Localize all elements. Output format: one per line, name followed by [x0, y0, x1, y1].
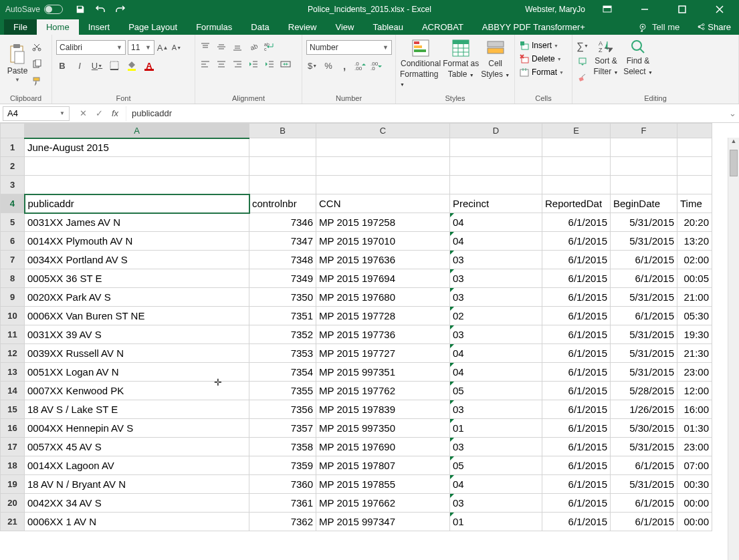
format-cells-button[interactable]: Format▼: [519, 67, 564, 78]
row-header-9[interactable]: 9: [1, 288, 25, 307]
cell-E15[interactable]: 6/1/2015: [542, 400, 611, 419]
cell-E4[interactable]: ReportedDat: [542, 194, 611, 213]
cell-F10[interactable]: 6/1/2015: [611, 307, 677, 325]
cell-D17[interactable]: 03: [450, 438, 542, 456]
expand-formula-icon[interactable]: ⌄: [726, 108, 739, 118]
cell-C4[interactable]: CCN: [316, 194, 450, 213]
delete-cells-button[interactable]: Delete▼: [519, 53, 562, 64]
save-icon[interactable]: [75, 4, 86, 15]
cell-D7[interactable]: 03: [450, 251, 542, 269]
cell-A14[interactable]: 0007XX Kenwood PK: [25, 382, 249, 400]
cell-D18[interactable]: 05: [450, 456, 542, 475]
tab-page-layout[interactable]: Page Layout: [119, 19, 187, 35]
cell-D14[interactable]: 05: [450, 382, 542, 400]
tab-view[interactable]: View: [326, 19, 363, 35]
cell-A12[interactable]: 0039XX Russell AV N: [25, 344, 249, 363]
cell-A17[interactable]: 0057XX 45 AV S: [25, 438, 249, 456]
orientation-icon[interactable]: ab: [247, 40, 259, 53]
cell-F5[interactable]: 5/31/2015: [611, 213, 677, 232]
cell-G16[interactable]: 01:30: [677, 419, 712, 438]
row-header-10[interactable]: 10: [1, 307, 25, 325]
cell-A4[interactable]: publicaddr: [25, 194, 249, 213]
cell-F17[interactable]: 5/31/2015: [611, 438, 677, 456]
row-header-2[interactable]: 2: [1, 157, 25, 176]
tab-tableau[interactable]: Tableau: [363, 19, 413, 35]
formula-input[interactable]: publicaddr: [126, 106, 726, 121]
cell-E13[interactable]: 6/1/2015: [542, 363, 611, 382]
cell-G18[interactable]: 07:00: [677, 456, 712, 475]
cell-E16[interactable]: 6/1/2015: [542, 419, 611, 438]
cell-A18[interactable]: 0014XX Lagoon AV: [25, 456, 249, 475]
cell-D11[interactable]: 03: [450, 325, 542, 344]
cell-C5[interactable]: MP 2015 197258: [316, 213, 450, 232]
percent-icon[interactable]: %: [322, 59, 334, 72]
row-header-5[interactable]: 5: [1, 213, 25, 232]
cell-C10[interactable]: MP 2015 197728: [316, 307, 450, 325]
cell-D12[interactable]: 04: [450, 344, 542, 363]
row-header-3[interactable]: 3: [1, 176, 25, 194]
cell-F16[interactable]: 5/30/2015: [611, 419, 677, 438]
cell-G14[interactable]: 12:00: [677, 382, 712, 400]
cell-A21[interactable]: 0006XX 1 AV N: [25, 513, 249, 531]
tab-file[interactable]: File: [4, 19, 37, 35]
sort-filter-button[interactable]: AZ Sort & Filter ▼: [591, 39, 621, 76]
cell-E12[interactable]: 6/1/2015: [542, 344, 611, 363]
cell-C11[interactable]: MP 2015 197736: [316, 325, 450, 344]
cell-D8[interactable]: 03: [450, 269, 542, 288]
cell-C6[interactable]: MP 2015 197010: [316, 232, 450, 251]
cell-F20[interactable]: 6/1/2015: [611, 494, 677, 513]
cell-E10[interactable]: 6/1/2015: [542, 307, 611, 325]
cut-icon[interactable]: [31, 40, 43, 53]
cell-A11[interactable]: 0031XX 39 AV S: [25, 325, 249, 344]
select-all-cell[interactable]: [1, 124, 25, 138]
autosum-icon[interactable]: ∑▼: [576, 39, 589, 52]
tab-formulas[interactable]: Formulas: [187, 19, 241, 35]
cell-B12[interactable]: 7353: [249, 344, 316, 363]
increase-indent-icon[interactable]: [263, 57, 276, 71]
cell-B8[interactable]: 7349: [249, 269, 316, 288]
cell-G13[interactable]: 23:00: [677, 363, 712, 382]
tell-me[interactable]: Tell me: [631, 19, 688, 35]
cell-C8[interactable]: MP 2015 197694: [316, 269, 450, 288]
user-name[interactable]: Webster, MaryJo: [525, 5, 585, 14]
format-painter-icon[interactable]: [31, 75, 43, 88]
increase-decimal-icon[interactable]: .0.00: [354, 59, 366, 72]
row-header-12[interactable]: 12: [1, 344, 25, 363]
fill-icon[interactable]: [576, 55, 589, 68]
maximize-icon[interactable]: [667, 0, 698, 19]
cell-D6[interactable]: 04: [450, 232, 542, 251]
copy-icon[interactable]: [31, 57, 43, 71]
italic-icon[interactable]: I: [74, 59, 86, 72]
decrease-decimal-icon[interactable]: .00.0: [371, 59, 383, 72]
cell-D15[interactable]: 03: [450, 400, 542, 419]
cell-C18[interactable]: MP 2015 197807: [316, 456, 450, 475]
col-header-F[interactable]: F: [611, 124, 677, 138]
cell-D20[interactable]: 03: [450, 494, 542, 513]
row-header-1[interactable]: 1: [1, 138, 25, 157]
share-button[interactable]: Share: [688, 19, 739, 35]
col-header-extra[interactable]: [677, 124, 712, 138]
cell-B16[interactable]: 7357: [249, 419, 316, 438]
align-left-icon[interactable]: [199, 57, 211, 71]
cell-G9[interactable]: 21:00: [677, 288, 712, 307]
row-header-21[interactable]: 21: [1, 513, 25, 531]
ribbon-options-icon[interactable]: [592, 0, 623, 19]
cell-D10[interactable]: 02: [450, 307, 542, 325]
cell-D21[interactable]: 01: [450, 513, 542, 531]
cell-D16[interactable]: 01: [450, 419, 542, 438]
cell-A1[interactable]: June-August 2015: [25, 138, 249, 157]
cell-E7[interactable]: 6/1/2015: [542, 251, 611, 269]
row-header-7[interactable]: 7: [1, 251, 25, 269]
cell-F13[interactable]: 5/31/2015: [611, 363, 677, 382]
clear-icon[interactable]: [576, 71, 589, 84]
row-header-6[interactable]: 6: [1, 232, 25, 251]
cell-A9[interactable]: 0020XX Park AV S: [25, 288, 249, 307]
wrap-text-icon[interactable]: abc: [263, 40, 276, 53]
conditional-formatting-button[interactable]: Conditional Formatting ▼: [400, 39, 441, 88]
paste-button[interactable]: Paste ▼: [4, 37, 31, 88]
merge-icon[interactable]: [280, 57, 292, 71]
cell-styles-button[interactable]: Cell Styles ▼: [480, 39, 510, 79]
cell-A19[interactable]: 18 AV N / Bryant AV N: [25, 475, 249, 494]
col-header-A[interactable]: A: [25, 124, 249, 138]
cell-A13[interactable]: 0051XX Logan AV N: [25, 363, 249, 382]
